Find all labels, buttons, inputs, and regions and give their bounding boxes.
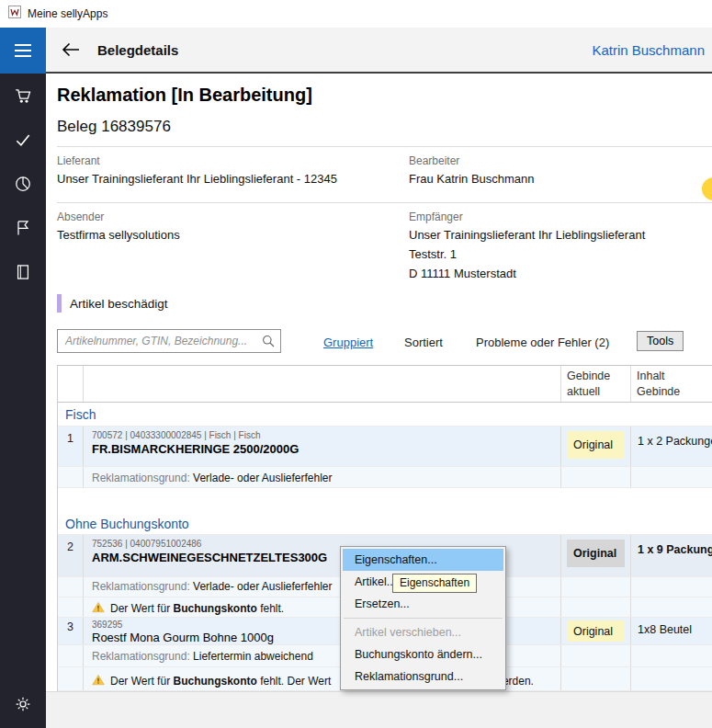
app-logo-icon bbox=[8, 6, 21, 22]
table-header-row: Gebinde aktuell Inhalt Gebinde bbox=[58, 366, 712, 403]
menu-item-reklamationsgrund[interactable]: Reklamationsgrund... bbox=[343, 665, 503, 688]
article-meta: 700572 | 04033300002845 | Fisch | Fisch bbox=[92, 427, 560, 440]
table-subrow-reklamationsgrund[interactable]: Reklamationsgrund: Verlade- oder Auslief… bbox=[58, 467, 712, 488]
inhalt-value: 1 x 9 Packungen bbox=[631, 535, 712, 576]
titlebar: Meine sellyApps bbox=[0, 0, 712, 28]
back-icon[interactable] bbox=[62, 42, 80, 57]
shopping-cart-icon[interactable] bbox=[0, 74, 46, 118]
checkmark-icon[interactable] bbox=[0, 118, 46, 162]
divider bbox=[57, 202, 712, 203]
menu-item-eigenschaften[interactable]: Eigenschaften... bbox=[343, 549, 503, 571]
warning-icon bbox=[92, 601, 105, 616]
bearbeiter-label: Bearbeiter bbox=[409, 154, 459, 167]
user-status-badge[interactable] bbox=[702, 177, 712, 200]
tools-button[interactable]: Tools bbox=[637, 331, 684, 351]
filter-gruppiert-link[interactable]: Gruppiert bbox=[323, 336, 373, 349]
pie-chart-icon[interactable] bbox=[0, 162, 46, 206]
divider bbox=[57, 146, 712, 147]
row-number: 2 bbox=[58, 535, 84, 576]
lieferant-value: Unser Trainingslieferant Ihr Lieblingsli… bbox=[57, 172, 337, 186]
window-title: Meine sellyApps bbox=[28, 7, 107, 20]
filter-sortiert-link[interactable]: Sortiert bbox=[404, 336, 443, 349]
menu-separator bbox=[344, 618, 503, 619]
user-name-link[interactable]: Katrin Buschmann bbox=[592, 42, 705, 58]
note-row: Artikel beschädigt bbox=[57, 294, 168, 313]
settings-gear-icon[interactable] bbox=[0, 686, 46, 722]
empfaenger-line: Unser Trainingslieferant Ihr Lieblingsli… bbox=[409, 228, 645, 242]
reklamationsgrund-label: Reklamationsgrund: bbox=[92, 472, 190, 484]
warning-icon bbox=[92, 674, 105, 688]
reklamationsgrund-label: Reklamationsgrund: bbox=[92, 650, 190, 663]
search-input[interactable] bbox=[57, 329, 281, 353]
flag-tag-icon[interactable] bbox=[0, 206, 46, 250]
group-header-fisch[interactable]: Fisch bbox=[58, 403, 712, 427]
article-title: FR.BISMARCKHERINGE 2500/2000G bbox=[92, 440, 560, 456]
gebinde-badge[interactable]: Original bbox=[567, 540, 625, 567]
lieferant-label: Lieferant bbox=[57, 154, 100, 167]
footer-bar bbox=[46, 691, 712, 728]
context-menu: Eigenschaften... Artikel... Ersetzen... … bbox=[340, 546, 506, 690]
notebook-icon[interactable] bbox=[0, 250, 46, 294]
gebinde-badge[interactable]: Original bbox=[567, 620, 625, 642]
note-accent-bar bbox=[57, 294, 62, 313]
inhalt-value: 1 x 2 Packungen bbox=[631, 427, 712, 466]
absender-value: Testfirma sellysolutions bbox=[57, 228, 180, 242]
column-header-inhalt[interactable]: Inhalt Gebinde bbox=[631, 366, 712, 402]
menu-item-artikel-verschieben: Artikel verschieben... bbox=[343, 621, 503, 643]
empfaenger-label: Empfänger bbox=[409, 210, 463, 223]
search-icon[interactable] bbox=[261, 334, 276, 352]
filter-probleme-link[interactable]: Probleme oder Fehler (2) bbox=[476, 336, 609, 349]
reklamationsgrund-value: Liefertermin abweichend bbox=[193, 650, 313, 663]
empfaenger-line: D 11111 Musterstadt bbox=[409, 267, 516, 280]
sidebar bbox=[0, 28, 46, 728]
column-header-gebinde[interactable]: Gebinde aktuell bbox=[561, 366, 631, 402]
warning-text: Der Wert für Buchungskonto fehlt. bbox=[110, 602, 284, 615]
group-gap bbox=[58, 488, 712, 512]
group-header-ohne-buchungskonto[interactable]: Ohne Buchungskonto bbox=[58, 512, 712, 535]
reklamationsgrund-value: Verlade- oder Auslieferfehler bbox=[193, 472, 332, 484]
page-title: Belegdetails bbox=[97, 42, 178, 58]
document-title: Reklamation [In Bearbeitung] bbox=[57, 85, 312, 106]
document-number: Beleg 16839576 bbox=[57, 118, 171, 136]
reklamationsgrund-label: Reklamationsgrund: bbox=[92, 580, 190, 593]
tooltip: Eigenschaften bbox=[392, 574, 477, 593]
empfaenger-line: Teststr. 1 bbox=[409, 247, 457, 261]
reklamationsgrund-value: Verlade- oder Auslieferfehler bbox=[193, 580, 332, 593]
hamburger-menu-button[interactable] bbox=[0, 28, 46, 74]
menu-item-ersetzen[interactable]: Ersetzen... bbox=[343, 593, 503, 615]
absender-label: Absender bbox=[57, 210, 104, 223]
bearbeiter-value: Frau Katrin Buschmann bbox=[409, 172, 535, 186]
gebinde-badge[interactable]: Original bbox=[567, 431, 625, 459]
app-window: Meine sellyApps Belegdetails Katrin Busc… bbox=[0, 0, 712, 728]
note-text: Artikel beschädigt bbox=[70, 297, 168, 311]
page-header: Belegdetails Katrin Buschmann bbox=[46, 28, 712, 74]
row-number: 3 bbox=[58, 618, 84, 644]
row-number: 1 bbox=[58, 427, 84, 466]
menu-item-buchungskonto-aendern[interactable]: Buchungskonto ändern... bbox=[343, 643, 503, 665]
table-row[interactable]: 1 700572 | 04033300002845 | Fisch | Fisc… bbox=[58, 427, 712, 467]
inhalt-value: 1x8 Beutel bbox=[631, 618, 712, 644]
